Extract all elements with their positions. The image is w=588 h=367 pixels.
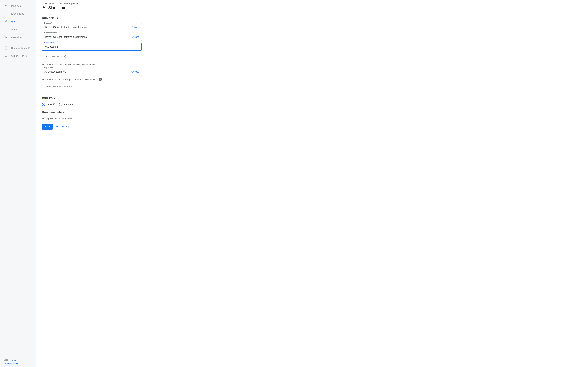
back-arrow-icon[interactable] <box>42 6 46 10</box>
no-parameters-note: This pipeline has no parameters <box>42 117 142 120</box>
run-name-input[interactable] <box>45 45 139 48</box>
documentation-icon <box>4 46 8 50</box>
sidebar-footer: Version: 1.4.0 Report an Issue <box>0 357 36 367</box>
sidebar-item-label: Experiments <box>11 12 24 15</box>
description-field <box>42 53 142 61</box>
top-header: Experiments › XGBoost experiment Start a… <box>36 0 588 12</box>
radio-one-off-label: One-off <box>47 103 54 106</box>
title-row: Start a run <box>42 5 582 10</box>
radio-selected-icon <box>42 103 45 106</box>
main: Experiments › XGBoost experiment Start a… <box>36 0 588 367</box>
svg-point-2 <box>6 6 6 7</box>
version-label: Version: <box>4 359 12 361</box>
svg-point-5 <box>6 28 7 29</box>
run-type-radios: One-off Recurring <box>42 103 142 106</box>
executions-icon <box>4 36 8 39</box>
pipeline-version-input[interactable] <box>44 35 130 38</box>
service-account-note: This run will use the following Kubernet… <box>42 78 142 81</box>
pipeline-field: Pipeline * Choose <box>42 23 142 31</box>
action-row: Start Skip this step <box>42 124 142 130</box>
artifacts-icon <box>4 28 8 31</box>
pipeline-version-field: Pipeline Version * Choose <box>42 33 142 41</box>
sidebar-item-experiments[interactable]: Experiments <box>0 10 36 18</box>
radio-one-off[interactable]: One-off <box>42 103 54 106</box>
external-link-icon <box>28 47 30 49</box>
sidebar-item-github[interactable]: Github Repo <box>0 52 36 60</box>
run-name-label: Run name * <box>44 42 54 44</box>
description-input[interactable] <box>44 53 139 60</box>
report-issue-link[interactable]: Report an Issue <box>4 362 18 365</box>
service-account-input[interactable] <box>44 83 139 90</box>
start-button[interactable]: Start <box>42 124 53 130</box>
pipeline-choose-button[interactable]: Choose <box>130 26 139 28</box>
sidebar-collapse-toggle[interactable] <box>0 63 36 70</box>
run-details-heading: Run details <box>42 17 142 20</box>
experiment-field: Experiment * Choose <box>42 68 142 76</box>
svg-point-3 <box>6 20 6 21</box>
radio-recurring-label: Recurring <box>64 103 74 106</box>
svg-point-4 <box>5 28 6 29</box>
page-title: Start a run <box>48 5 66 10</box>
experiment-input[interactable] <box>44 70 130 73</box>
help-icon[interactable]: ? <box>99 78 102 81</box>
pipeline-version-choose-button[interactable]: Choose <box>130 35 139 38</box>
run-name-field: Run name * <box>42 43 142 51</box>
run-parameters-heading: Run parameters <box>42 111 142 114</box>
sidebar-item-label: Artifacts <box>11 28 20 31</box>
github-icon <box>4 54 8 58</box>
pipelines-icon <box>4 4 8 8</box>
breadcrumb: Experiments › XGBoost experiment <box>42 2 582 5</box>
sidebar-item-label: Documentation <box>11 47 27 49</box>
radio-unselected-icon <box>59 103 62 106</box>
pipeline-label: Pipeline * <box>44 22 52 24</box>
service-account-field <box>42 83 142 92</box>
pipeline-input[interactable] <box>44 26 130 28</box>
sidebar-item-artifacts[interactable]: Artifacts <box>0 25 36 33</box>
experiment-label: Experiment * <box>44 67 55 69</box>
sidebar-item-executions[interactable]: Executions <box>0 33 36 41</box>
experiment-association-note: This run will be associated with the fol… <box>42 63 142 66</box>
pipeline-version-label: Pipeline Version * <box>44 32 59 34</box>
external-link-icon <box>25 55 27 57</box>
chevron-right-icon: › <box>56 2 57 5</box>
version-link[interactable]: 1.4.0 <box>12 359 16 361</box>
run-type-heading: Run Type <box>42 96 142 100</box>
sidebar-item-label: Runs <box>11 20 17 23</box>
sidebar: Pipelines Experiments Runs Artifacts Exe <box>0 0 36 367</box>
sidebar-item-pipelines[interactable]: Pipelines <box>0 2 36 10</box>
content: Run details Pipeline * Choose Pipeline V… <box>36 12 148 133</box>
svg-point-6 <box>6 30 7 31</box>
runs-icon <box>4 20 8 23</box>
breadcrumb-experiments[interactable]: Experiments <box>42 2 54 5</box>
sidebar-item-label: Pipelines <box>11 5 21 7</box>
service-account-note-text: This run will use the following Kubernet… <box>42 78 97 81</box>
sidebar-item-runs[interactable]: Runs <box>0 18 36 25</box>
breadcrumb-current[interactable]: XGBoost experiment <box>60 2 79 5</box>
sidebar-nav: Pipelines Experiments Runs Artifacts Exe <box>0 0 36 357</box>
experiments-icon <box>4 12 8 15</box>
sidebar-item-documentation[interactable]: Documentation <box>0 44 36 52</box>
skip-button[interactable]: Skip this step <box>56 125 69 128</box>
sidebar-item-label: Executions <box>11 36 23 39</box>
sidebar-item-label: Github Repo <box>11 55 24 57</box>
radio-recurring[interactable]: Recurring <box>59 103 74 106</box>
experiment-choose-button[interactable]: Choose <box>130 70 139 73</box>
